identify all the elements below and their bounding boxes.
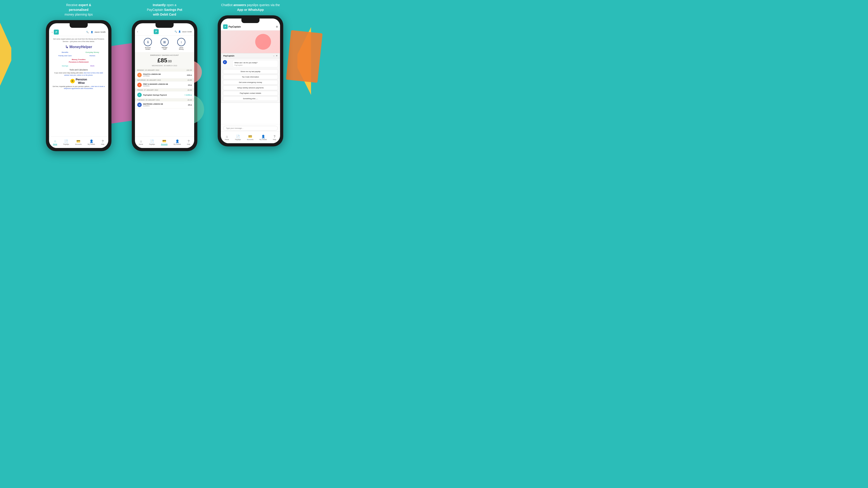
phone3-title: PayCaptain [228,26,241,28]
close-icon[interactable]: ✕ [276,55,278,57]
back-icon-p2[interactable]: ‹ [137,31,138,33]
tx-date-jan08: SATURDAY, 08 JANUARY 2022£3.95 [135,78,194,82]
nav-help[interactable]: ? Help [101,139,104,145]
option-last-payslip[interactable]: Show me my last payslip [223,69,278,74]
phone3-pink-area [221,31,280,53]
phone3-bottom-nav: ⌂ Home 📄 Payslips 💳 Accounts 👤 [221,131,280,143]
pension-icon: ⚙ PensionWise [70,78,87,85]
nav-mydetails[interactable]: 👤 My Details [88,139,95,145]
tools-calculators: Tools and Calculators [52,69,105,71]
chat-bot-message: What can I do for you today? PayCaptain [232,60,278,67]
nav-home[interactable]: ⌂ Home [53,139,57,145]
paycaptain-amount: + £150.00 [184,94,192,96]
payslips-icon-p3: 📄 [236,135,240,138]
nav-accounts[interactable]: 💳 Accounts [75,139,82,145]
pension-sub: Get free, impartial guidance on your pen… [52,86,105,90]
nav2-accounts[interactable]: 💳 Accounts [161,139,167,145]
phone2-frame: ‹ P 🔍 👤 Jason Smith ℹ AccountDetails [132,20,197,151]
phone3-logo: P [223,24,228,29]
phone-section-2: Instantly open aPayCaptain Savings Potwi… [128,3,201,151]
option-tax-code[interactable]: Tax Code information [223,74,278,79]
help-label-p3: Help [273,139,276,140]
mydetails-icon: 👤 [90,139,93,143]
main-container: Receive expert &personalisedmoney planni… [0,0,329,151]
nav2-help[interactable]: ? Help [187,139,190,145]
help-icon-p2: ? [188,139,190,143]
pension-link[interactable]: click here to book a telephone appointme… [64,86,105,90]
back-icon[interactable]: ‹ [52,31,53,33]
chat-body: P What can I do for you today? PayCaptai… [221,58,280,69]
tx-paycaptain: P PayCaptain Savings Payment + £150.00 [135,92,194,98]
nav-link-savings[interactable]: Savings [52,64,78,67]
waitrose-id: 31296641 [143,105,187,107]
mh-text: MoneyHelper [69,45,92,49]
debt-link[interactable]: click here to find a free debt adviser n… [64,72,103,76]
chat-options: Show me my last payslip Tax Code informa… [221,69,280,103]
chat-input[interactable] [223,126,278,131]
tx-pret: P PRET A MANGER LONDON GB 50038361 £3.95 [135,82,194,89]
nav-link-family[interactable]: Family and Care [52,54,78,57]
chat-controls: – ✕ [273,55,278,57]
waitrose-amount: £5.45 [188,104,192,106]
payslips-icon-p2: 📄 [150,139,154,143]
mh-money-text: Money [69,45,81,49]
transaction-list: MONDAY, 10 JANUARY 2022£42.20 F FOLEYS L… [135,69,194,108]
search-icon[interactable]: 🔍 [86,31,89,33]
mh-arrow: ↳ [65,44,68,50]
nav-link-pensions[interactable]: Pensions & Retirement [52,61,105,63]
user-icon-p2: 👤 [178,31,181,33]
savings-date: WEDNESDAY, 30 MARCH 2022 [137,65,192,66]
nav2-payslips[interactable]: 📄 Payslips [149,139,155,145]
option-contact-details[interactable]: PayCaptain contact details [223,91,278,96]
tx-foleys: F FOLEYS LONDON GB 23755992 £42.20 [135,72,194,78]
payslips-icon: 📄 [64,139,68,143]
hamburger-icon[interactable]: ≡ [276,25,278,29]
phone2-screen: ‹ P 🔍 👤 Jason Smith ℹ AccountDetails [135,23,194,148]
foleys-id: 23755992 [143,75,186,77]
paycaptain-info: PayCaptain Savings Payment [143,94,183,96]
phone1-header-right: 🔍 👤 Jason Smith [86,31,105,33]
payslips-label: Payslips [63,143,69,145]
minimize-icon[interactable]: – [273,55,274,57]
username-p2: Jason Smith [182,31,192,33]
nav-link-everyday[interactable]: Everyday Money [80,51,105,54]
waitrose-name: WAITROSE LONDON GB [143,103,187,105]
nav-link-benefits[interactable]: Benefits [52,51,78,54]
search-icon-p2[interactable]: 🔍 [175,31,177,33]
nav-links-bottom: Savings Work [52,64,105,67]
nav3-help[interactable]: ? Help [273,135,276,140]
foleys-amount: £42.20 [187,74,192,76]
pret-name: PRET A MANGER LONDON GB [143,83,187,85]
option-emergency-money[interactable]: Get some emergency money [223,80,278,85]
moneyhelper-logo: ↳ MoneyHelper [52,44,105,50]
pension-logo-area: ⚙ PensionWise Get free, impartial guidan… [52,78,105,90]
account-details-btn[interactable]: ℹ AccountDetails [144,38,152,50]
nav3-payslips[interactable]: 📄 Payslips [235,135,241,140]
nav-link-homes[interactable]: Homes [80,54,105,57]
phone2-caption: Instantly open aPayCaptain Savings Potwi… [147,3,182,17]
nav3-mydetails[interactable]: 👤 My Details [259,135,267,140]
accounts-icon: 💳 [76,139,80,143]
mydetails-label-p3: My Details [259,139,267,140]
option-weekly-advance[interactable]: Setup weekly advance payments [223,86,278,90]
send-money-btn[interactable]: ↕ SendMoney [177,38,185,50]
nav2-home[interactable]: ⌂ Home [139,139,143,145]
nav3-accounts[interactable]: 💳 Accounts [247,135,253,140]
mh-helper-text: Helper [81,45,92,49]
nav-payslips[interactable]: 📄 Payslips [63,139,69,145]
home-icon: ⌂ [54,139,56,143]
help-icon: ? [102,139,104,143]
nav3-home[interactable]: ⌂ Home [225,135,229,140]
phone2-icons-row: ℹ AccountDetails ⊞ ManageCard ↕ SendMone… [135,36,194,52]
nav-link-troubles[interactable]: Money Troubles [52,59,105,61]
phone1-logo: P [54,30,59,35]
option-something-else[interactable]: Something else..... [223,96,278,101]
nav-links-grid: Benefits Everyday Money Family and Care … [52,51,105,57]
phone1-caption: Receive expert &personalisedmoney planni… [65,3,93,17]
manage-card-btn[interactable]: ⊞ ManageCard [160,38,168,50]
phone2-notch [156,23,174,28]
nav2-mydetails[interactable]: 👤 My Details [174,139,181,145]
nav-link-work[interactable]: Work [80,64,105,67]
savings-account-label: EMERGENCY SAVINGS ACCOUNT [137,55,192,56]
accounts-icon-p3: 💳 [248,135,252,138]
